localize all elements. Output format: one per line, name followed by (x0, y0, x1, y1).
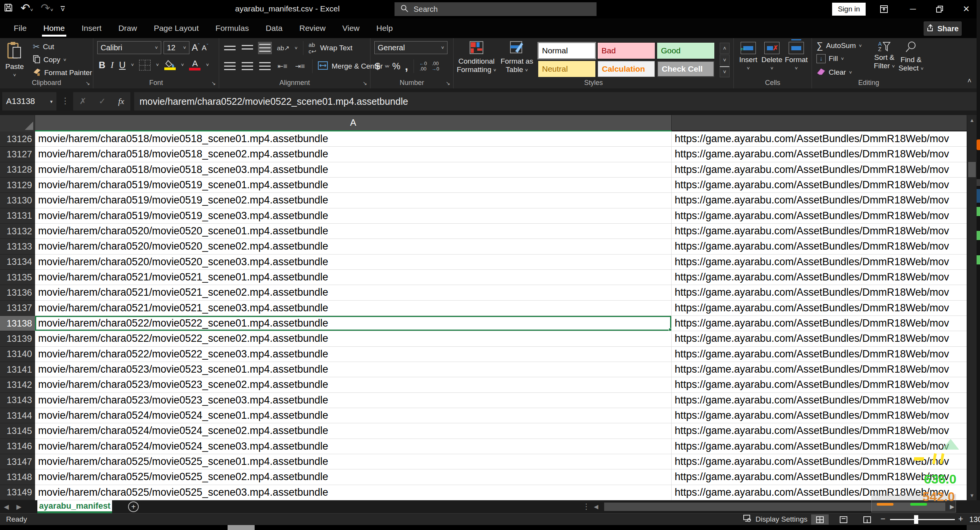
tab-help[interactable]: Help (368, 18, 401, 38)
row-header[interactable]: 13143 (0, 393, 35, 408)
orientation-dropdown-icon[interactable]: ˅ (295, 45, 298, 51)
vertical-scrollbar[interactable]: ▲ ▼ (967, 115, 977, 500)
clear-button[interactable]: Clear ˅ (816, 68, 852, 77)
tab-data[interactable]: Data (257, 18, 291, 38)
cell-column-a[interactable]: movie/harem/chara0524/movie0524_scene02.… (35, 423, 672, 439)
clear-dropdown-icon[interactable]: ˅ (849, 70, 852, 75)
close-button[interactable]: ✕ (955, 0, 977, 18)
cell-column-b[interactable]: https://game.ayarabu.com/AssetBundles/Dm… (672, 162, 967, 178)
hscroll-handle-icon[interactable]: ⋮ (582, 502, 590, 511)
hscroll-right-icon[interactable]: ▶ (950, 503, 954, 510)
row-header[interactable]: 13130 (0, 193, 35, 208)
name-box[interactable]: A13138 ▾ (2, 92, 56, 110)
formula-bar-handle-icon[interactable]: ⋮ (61, 96, 69, 106)
bold-button[interactable]: B (99, 60, 105, 70)
row-header[interactable]: 13127 (0, 147, 35, 162)
cell-column-b[interactable]: https://game.ayarabu.com/AssetBundles/Dm… (672, 454, 967, 469)
underline-button[interactable]: U (119, 60, 125, 70)
number-format-select[interactable]: General˅ (374, 41, 447, 54)
font-dialog-launcher-icon[interactable]: ↘ (211, 80, 216, 86)
cell-column-a[interactable]: movie/harem/chara0525/movie0525_scene01.… (35, 454, 672, 469)
autosum-dropdown-icon[interactable]: ˅ (859, 43, 862, 49)
cell-column-a[interactable]: movie/harem/chara0519/movie0519_scene02.… (35, 193, 672, 208)
row-header[interactable]: 13148 (0, 469, 35, 485)
name-box-dropdown-icon[interactable]: ▾ (50, 99, 53, 104)
cell-column-a[interactable]: movie/harem/chara0522/movie0522_scene03.… (35, 347, 672, 362)
format-painter-button[interactable]: Format Painter (33, 68, 92, 78)
decrease-decimal-icon[interactable]: .00→0 (431, 61, 439, 72)
font-size-select[interactable]: 12˅ (164, 41, 189, 54)
conditional-formatting-button[interactable]: ConditionalFormatting ˅ (457, 41, 496, 75)
tab-review[interactable]: Review (291, 18, 334, 38)
new-sheet-icon[interactable]: + (128, 501, 139, 512)
decrease-indent-icon[interactable]: ⇤≡ (276, 60, 289, 72)
display-settings-button[interactable]: Display Settings (743, 515, 807, 524)
underline-dropdown-icon[interactable]: ˅ (131, 62, 134, 68)
cell-column-a[interactable]: movie/harem/chara0518/movie0518_scene03.… (35, 162, 672, 178)
decrease-font-icon[interactable]: Aˇ (202, 43, 208, 52)
select-all-corner[interactable] (0, 115, 35, 131)
hscroll-left-icon[interactable]: ◀ (594, 503, 598, 510)
row-header[interactable]: 13141 (0, 362, 35, 377)
cell-column-b[interactable]: https://game.ayarabu.com/AssetBundles/Dm… (672, 193, 967, 208)
formula-input[interactable]: movie/harem/chara0522/movie0522_scene01.… (134, 92, 978, 110)
bottom-align-icon[interactable] (258, 42, 272, 54)
horizontal-scrollbar[interactable] (604, 503, 945, 511)
font-color-dropdown-icon[interactable]: ˅ (206, 62, 209, 68)
middle-align-icon[interactable] (241, 42, 254, 54)
row-header[interactable]: 13137 (0, 301, 35, 316)
row-header[interactable]: 13139 (0, 331, 35, 346)
wrap-text-icon[interactable]: abc↩ (309, 42, 316, 55)
row-header[interactable]: 13149 (0, 485, 35, 500)
row-header[interactable]: 13140 (0, 347, 35, 362)
column-header-a[interactable]: A (35, 115, 672, 131)
increase-indent-icon[interactable]: ⇥≡ (293, 60, 307, 72)
cancel-icon[interactable]: ✗ (79, 96, 86, 106)
cell-column-b[interactable]: https://game.ayarabu.com/AssetBundles/Dm… (672, 439, 967, 454)
zoom-level[interactable]: 130% (969, 515, 980, 524)
enter-icon[interactable]: ✓ (99, 96, 106, 106)
tab-view[interactable]: View (334, 18, 368, 38)
gallery-up-icon[interactable]: ˄ (720, 43, 730, 54)
ribbon-display-options-icon[interactable] (873, 0, 895, 18)
row-header[interactable]: 13145 (0, 423, 35, 439)
format-cells-button[interactable]: Format ˅ (785, 42, 808, 71)
tab-page-layout[interactable]: Page Layout (145, 18, 207, 38)
fill-button[interactable]: ↓ Fill ˅ (816, 54, 844, 63)
cell-column-b[interactable]: https://game.ayarabu.com/AssetBundles/Dm… (672, 301, 967, 316)
row-header[interactable]: 13138 (0, 316, 35, 331)
share-button[interactable]: Share (924, 21, 962, 36)
save-icon[interactable] (4, 2, 13, 16)
restore-button[interactable] (929, 0, 951, 18)
cell-column-b[interactable]: https://game.ayarabu.com/AssetBundles/Dm… (672, 208, 967, 224)
style-calculation[interactable]: Calculation (598, 61, 655, 77)
paste-dropdown-icon[interactable]: ˅ (13, 72, 16, 78)
sign-in-button[interactable]: Sign in (832, 3, 866, 16)
cell-column-a[interactable]: movie/harem/chara0519/movie0519_scene01.… (35, 178, 672, 193)
cell-column-b[interactable]: https://game.ayarabu.com/AssetBundles/Dm… (672, 393, 967, 408)
row-header[interactable]: 13126 (0, 131, 35, 147)
customize-quick-access-icon[interactable]: ˅ (61, 6, 65, 12)
gallery-down-icon[interactable]: ˅ (720, 54, 730, 66)
zoom-out-icon[interactable]: − (881, 514, 885, 524)
row-header[interactable]: 13144 (0, 408, 35, 423)
gallery-more-icon[interactable]: ˅ (720, 66, 730, 77)
row-header[interactable]: 13133 (0, 239, 35, 254)
align-right-icon[interactable] (258, 60, 272, 72)
cell-column-a[interactable]: movie/harem/chara0521/movie0521_scene03.… (35, 301, 672, 316)
top-align-icon[interactable] (223, 42, 237, 54)
undo-icon[interactable]: ↶˅ (21, 1, 33, 17)
alignment-dialog-launcher-icon[interactable]: ↘ (362, 80, 367, 86)
cell-column-b[interactable]: https://game.ayarabu.com/AssetBundles/Dm… (672, 408, 967, 423)
borders-dropdown-icon[interactable]: ˅ (156, 62, 159, 68)
increase-font-icon[interactable]: Aˆ (192, 42, 199, 53)
cell-column-a[interactable]: movie/harem/chara0522/movie0522_scene02.… (35, 331, 672, 346)
cell-column-a[interactable]: movie/harem/chara0525/movie0525_scene03.… (35, 485, 672, 500)
cell-column-a[interactable]: movie/harem/chara0521/movie0521_scene01.… (35, 270, 672, 285)
autosum-button[interactable]: ∑ AutoSum ˅ (816, 40, 862, 51)
style-bad[interactable]: Bad (598, 43, 655, 59)
row-header[interactable]: 13134 (0, 255, 35, 270)
cell-column-a[interactable]: movie/harem/chara0523/movie0523_scene01.… (35, 362, 672, 377)
cell-column-a[interactable]: movie/harem/chara0525/movie0525_scene02.… (35, 469, 672, 485)
row-header[interactable]: 13135 (0, 270, 35, 285)
